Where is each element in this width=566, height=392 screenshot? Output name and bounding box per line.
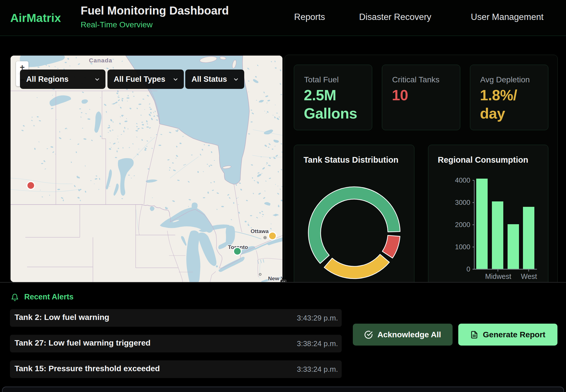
svg-text:Canada: Canada	[89, 57, 112, 64]
svg-text:1000: 1000	[455, 243, 470, 251]
svg-text:3000: 3000	[455, 199, 470, 206]
svg-text:Ottawa: Ottawa	[251, 228, 269, 234]
svg-text:2000: 2000	[455, 221, 470, 228]
svg-text:Midwest: Midwest	[485, 272, 511, 280]
svg-text:4000: 4000	[455, 176, 470, 184]
svg-text:0: 0	[467, 265, 470, 273]
svg-text:West: West	[521, 272, 537, 280]
